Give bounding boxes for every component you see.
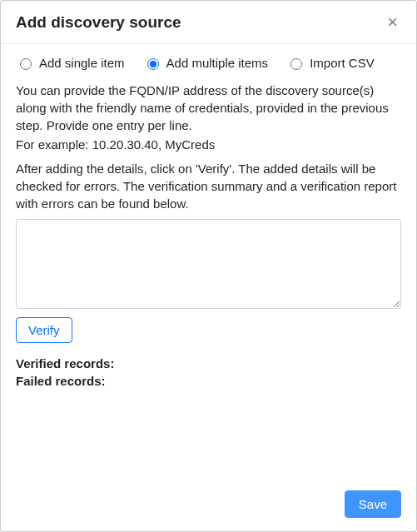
- radio-single-label: Add single item: [39, 56, 125, 70]
- save-button[interactable]: Save: [345, 490, 401, 518]
- verify-instructions: After adding the details, click on 'Veri…: [16, 160, 401, 212]
- verified-records-label: Verified records:: [16, 355, 114, 373]
- failed-records-label: Failed records:: [16, 372, 106, 390]
- modal-title: Add discovery source: [16, 12, 181, 33]
- modal-header: Add discovery source ×: [1, 1, 416, 44]
- mode-radio-group: Add single item Add multiple items Impor…: [16, 56, 401, 70]
- failed-row: Failed records:: [16, 372, 401, 390]
- modal-footer: Save: [1, 482, 416, 531]
- radio-option-import-csv[interactable]: Import CSV: [286, 56, 375, 70]
- radio-import-input[interactable]: [290, 58, 302, 70]
- radio-multiple-input[interactable]: [147, 58, 159, 70]
- radio-multiple-label: Add multiple items: [166, 56, 269, 70]
- entries-textarea[interactable]: [16, 219, 401, 309]
- instructions-line1: You can provide the FQDN/IP address of t…: [16, 82, 401, 134]
- verify-button[interactable]: Verify: [16, 317, 72, 343]
- add-discovery-source-modal: Add discovery source × Add single item A…: [0, 0, 417, 532]
- instructions-block: You can provide the FQDN/IP address of t…: [16, 82, 401, 153]
- close-icon: ×: [387, 12, 398, 32]
- instructions-example: For example: 10.20.30.40, MyCreds: [16, 136, 401, 153]
- modal-body: Add single item Add multiple items Impor…: [1, 44, 416, 482]
- radio-import-label: Import CSV: [310, 56, 375, 70]
- verification-summary: Verified records: Failed records:: [16, 355, 401, 391]
- verified-row: Verified records:: [16, 355, 401, 373]
- close-button[interactable]: ×: [384, 13, 401, 32]
- radio-option-single[interactable]: Add single item: [16, 56, 125, 70]
- radio-single-input[interactable]: [20, 58, 32, 70]
- radio-option-multiple[interactable]: Add multiple items: [143, 56, 269, 70]
